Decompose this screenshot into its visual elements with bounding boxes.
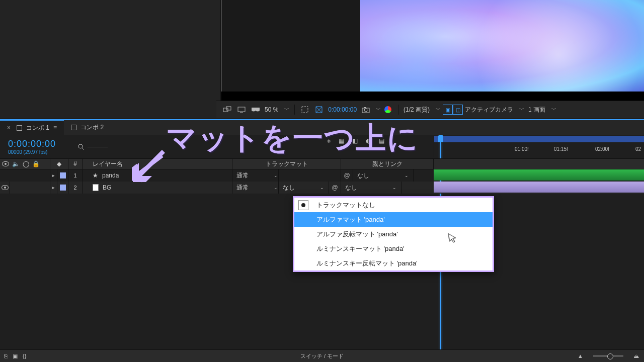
time-ruler[interactable]: 01:00f 01:15f 02:00f 02 [434,135,644,157]
zoom-dropdown[interactable]: 50 %﹀ [263,105,291,114]
layer-color-label[interactable] [60,172,66,178]
chevron-down-icon: ⌄ [405,173,409,178]
chevron-down-icon: ﹀ [519,106,524,113]
context-menu-item[interactable]: ルミナンスキー反転マット 'panda' [294,256,493,270]
toggle-brackets-icon[interactable]: {} [23,353,26,359]
layer-name[interactable]: BG [103,184,111,191]
camera-dropdown[interactable]: アクティブカメラ﹀ [463,105,526,115]
expand-chevron-icon[interactable]: ▸ [52,185,55,190]
track-matte-dropdown[interactable]: なし⌄ [279,184,324,192]
lock-column-icon[interactable]: 🔒 [32,160,40,167]
chevron-down-icon: ⌄ [274,185,278,190]
preview-time-display[interactable]: 0:00:00:00 [326,105,359,114]
monitor-icon[interactable] [235,104,248,116]
chevron-down-icon[interactable]: ﹀ [376,106,381,113]
toggle-transparency-icon[interactable]: ◫ [453,105,463,115]
chevron-down-icon: ﹀ [284,106,289,113]
work-area-bar[interactable] [434,136,644,142]
context-menu-item[interactable]: ルミナンスキーマット 'panda' [294,241,493,256]
ruler-tick: 02:00f [595,146,609,152]
blend-mode-dropdown[interactable]: 通常⌄ [232,184,278,192]
snapshot-camera-icon[interactable] [360,104,372,116]
context-menu-item[interactable]: アルファマット 'panda' [294,212,493,227]
composition-preview[interactable] [360,0,644,92]
index-column-header: # [68,159,83,169]
transparency-grid-icon[interactable] [313,104,325,116]
track-matte-context-menu: トラックマットなし アルファマット 'panda' アルファ反転マット 'pan… [293,196,494,272]
zoom-value: 50 % [265,106,278,113]
layer-index: 1 [73,172,76,178]
layer-duration-bar[interactable] [434,169,644,180]
context-menu-item[interactable]: トラックマットなし [294,198,493,212]
zoom-in-mountain-icon[interactable]: ⛰ [633,353,639,359]
crop-to-roi-icon[interactable] [299,104,311,116]
shape-layer-icon: ★ [93,172,98,179]
svg-point-6 [364,109,367,112]
composition-empty-area [221,0,360,101]
composition-icon [17,125,22,131]
svg-rect-7 [364,107,366,108]
toggle-switches-icon[interactable]: ⎘ [4,353,8,359]
ruler-tick: 01:00f [515,146,529,152]
zoom-out-icon[interactable]: ▲ [578,353,583,359]
eye-column-icon[interactable] [2,161,9,166]
parent-dropdown[interactable]: なし⌄ [341,184,396,192]
pickwhip-icon[interactable]: @ [344,172,350,179]
project-panel-slice [0,0,220,118]
views-dropdown[interactable]: 1 画面﹀ [526,105,558,115]
ruler-tick: 02 [635,146,641,152]
audio-column-icon[interactable]: 🔈 [12,160,20,167]
context-menu-item[interactable]: アルファ反転マット 'panda' [294,227,493,241]
svg-marker-11 [133,150,165,182]
color-channels-icon[interactable] [382,104,394,116]
preview-area: 50 %﹀ 0:00:00:00 ﹀ (1/2 画質)﹀ ▣ ◫ アクティブカメ… [0,0,644,118]
radio-checked-icon [298,200,308,210]
menu-item-label: トラックマットなし [316,201,375,210]
current-timecode[interactable]: 0:00:00:00 [8,139,75,149]
layer-index: 2 [73,185,76,191]
timeline-footer: ⎘ ▣ {} スイッチ / モード ▲ ⛰ [0,349,644,362]
menu-item-label: アルファ反転マット 'panda' [316,230,398,239]
parent-dropdown[interactable]: なし⌄ [353,171,409,180]
layer-color-label[interactable] [60,185,66,191]
track-matte-column-header[interactable]: トラックマット [232,159,341,169]
solo-column-icon[interactable]: ◯ [23,160,29,167]
label-column-icon[interactable]: ◆ [57,160,61,167]
frame-info: 00000 (29.97 fps) [8,149,75,155]
menu-item-label: ルミナンスキーマット 'panda' [316,244,405,253]
annotation-arrow-icon [132,148,167,183]
blend-mode-dropdown[interactable]: 通常⌄ [232,171,278,180]
timeline-tab[interactable]: コンポ 2 [64,120,111,135]
chevron-down-icon: ﹀ [436,106,441,113]
close-icon[interactable]: × [7,124,11,131]
expand-chevron-icon[interactable]: ▸ [52,173,55,178]
ruler-tick: 01:15f [554,146,568,152]
preview-timecode: 0:00:00:00 [328,106,357,113]
menu-item-label: アルファマット 'panda' [316,215,385,224]
resolution-dropdown[interactable]: (1/2 画質)﹀ [401,105,443,115]
panel-menu-icon[interactable]: ≡ [53,124,57,131]
chevron-down-icon: ⌄ [274,173,278,178]
visibility-eye-icon[interactable] [2,185,9,190]
toggle-modes-icon[interactable]: ▣ [13,353,18,359]
parent-link-column-header[interactable]: 親とリンク [341,159,434,169]
views-value: 1 画面 [528,106,545,114]
svg-line-9 [82,148,84,150]
mask-goggles-icon[interactable] [250,104,262,116]
annotation-text: マットを一つ上に [166,118,419,159]
layer-name[interactable]: panda [102,172,119,179]
svg-rect-2 [238,107,245,112]
switch-mode-toggle[interactable]: スイッチ / モード [300,352,344,360]
layer-duration-bar[interactable] [434,182,644,193]
footage-file-icon [93,184,99,191]
chevron-down-icon: ⌄ [392,185,396,190]
pickwhip-icon[interactable]: @ [332,184,338,191]
timeline-zoom-slider[interactable] [593,355,623,357]
magnify-ratio-icon[interactable] [221,104,233,116]
timeline-tab[interactable]: × コンポ 1 ≡ [0,120,64,135]
layer-columns-header: 🔈 ◯ 🔒 ◆ # レイヤー名 トラックマット 親とリンク [0,158,644,169]
region-of-interest-icon[interactable]: ▣ [443,105,453,115]
playhead[interactable] [438,135,443,142]
chevron-down-icon: ﹀ [551,106,556,113]
layer-search[interactable] [77,143,108,150]
